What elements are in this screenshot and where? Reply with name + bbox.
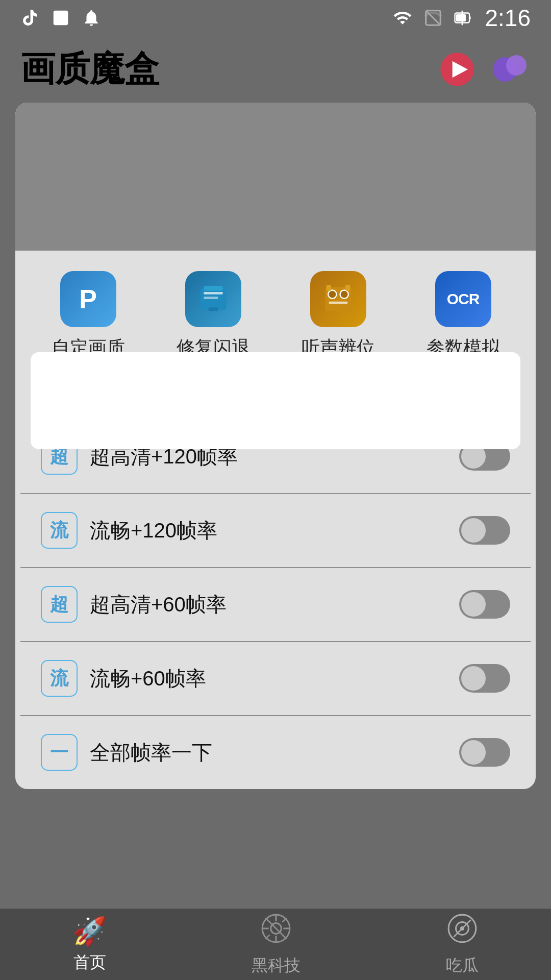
quality-badge-4: 一 xyxy=(41,734,78,771)
quality-label-2: 超高清+60帧率 xyxy=(90,591,447,619)
param-sim-icon: OCR xyxy=(435,271,491,327)
svg-rect-12 xyxy=(204,292,222,295)
wifi-icon xyxy=(391,8,414,28)
quality-badge-3: 流 xyxy=(41,660,78,697)
play-button[interactable] xyxy=(437,49,478,90)
quality-badge-2: 超 xyxy=(41,586,78,623)
melon-label: 吃瓜 xyxy=(446,954,479,977)
battery-icon xyxy=(452,8,475,28)
quality-label-3: 流畅+60帧率 xyxy=(90,665,447,693)
image-icon xyxy=(51,8,70,28)
quality-item-3[interactable]: 流 流畅+60帧率 xyxy=(20,642,531,716)
quality-item-2[interactable]: 超 超高清+60帧率 xyxy=(20,568,531,642)
nav-item-home[interactable]: 🚀 首页 xyxy=(72,915,107,974)
toggle-2[interactable] xyxy=(459,590,510,619)
notification-icon xyxy=(82,8,101,28)
header-icons xyxy=(437,49,531,90)
nav-item-tech[interactable]: 黑科技 xyxy=(252,913,300,977)
quality-badge-1: 流 xyxy=(41,512,78,549)
quality-item-4[interactable]: 一 全部帧率一下 xyxy=(20,716,531,789)
toggle-1[interactable] xyxy=(459,516,510,545)
svg-rect-18 xyxy=(326,285,331,291)
status-left xyxy=(20,8,101,28)
home-icon: 🚀 xyxy=(72,915,107,947)
svg-point-15 xyxy=(328,290,336,299)
feature-item-audio-locate[interactable]: 听声辨位 xyxy=(302,271,375,360)
audio-locate-icon xyxy=(310,271,366,327)
signal-icon xyxy=(423,8,443,28)
quality-label-1: 流畅+120帧率 xyxy=(90,517,447,545)
status-bar: 2:16 xyxy=(0,0,551,36)
quality-label-4: 全部帧率一下 xyxy=(90,739,447,767)
home-label: 首页 xyxy=(73,951,106,974)
svg-point-16 xyxy=(340,290,348,299)
nav-item-melon[interactable]: 吃瓜 xyxy=(446,913,479,977)
white-overlay-dialog xyxy=(31,352,520,449)
status-right: 2:16 xyxy=(391,4,531,32)
feature-item-custom-quality[interactable]: P 自定画质 xyxy=(52,271,125,360)
fix-crash-icon xyxy=(185,271,241,327)
app-header: 画质魔盒 xyxy=(0,36,551,103)
banner-area xyxy=(15,103,536,251)
svg-rect-17 xyxy=(329,302,347,304)
feature-item-param-sim[interactable]: OCR 参数模拟 xyxy=(427,271,500,360)
svg-point-8 xyxy=(506,55,527,76)
custom-quality-icon: P xyxy=(60,271,116,327)
melon-icon xyxy=(446,913,478,950)
tech-label: 黑科技 xyxy=(252,954,300,977)
quality-item-1[interactable]: 流 流畅+120帧率 xyxy=(20,494,531,568)
feature-item-fix-crash[interactable]: 修复闪退 xyxy=(177,271,250,360)
profile-button[interactable] xyxy=(490,49,531,90)
svg-rect-14 xyxy=(325,287,351,311)
toggle-4[interactable] xyxy=(459,738,510,767)
app-title: 画质魔盒 xyxy=(20,46,159,92)
svg-rect-3 xyxy=(456,14,466,21)
svg-rect-19 xyxy=(345,285,350,291)
status-time: 2:16 xyxy=(485,4,531,32)
quality-list: 超 超高清+120帧率 流 流畅+120帧率 超 超高清+60帧率 xyxy=(15,420,536,789)
svg-rect-11 xyxy=(208,307,218,311)
svg-point-33 xyxy=(460,926,464,930)
bottom-nav: 🚀 首页 黑科技 xyxy=(0,909,551,980)
svg-rect-10 xyxy=(204,286,222,290)
tiktok-icon xyxy=(20,8,40,28)
tech-icon xyxy=(260,913,292,950)
toggle-3[interactable] xyxy=(459,664,510,693)
svg-rect-13 xyxy=(204,297,218,299)
